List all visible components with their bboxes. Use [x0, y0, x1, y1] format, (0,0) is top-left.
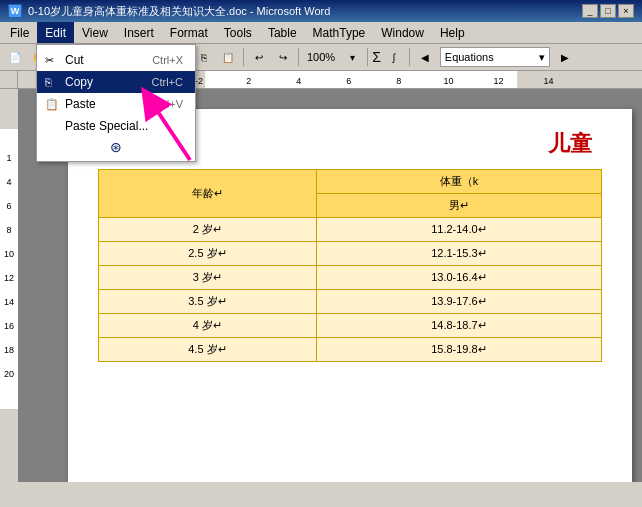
window-title: 0-10岁儿童身高体重标准及相关知识大全.doc - Microsoft Wor… — [28, 4, 582, 19]
back-btn[interactable]: ◀ — [414, 46, 436, 68]
svg-text:4: 4 — [296, 76, 301, 86]
menu-bar: File Edit View Insert Format Tools Table… — [0, 22, 642, 44]
formula-btn[interactable]: ∫ — [383, 46, 405, 68]
menu-mathtype[interactable]: MathType — [305, 22, 374, 43]
svg-text:10: 10 — [4, 249, 14, 259]
separator-6 — [367, 48, 368, 66]
separator-5 — [298, 48, 299, 66]
svg-text:14: 14 — [543, 76, 553, 86]
table-cell-year: 4 岁↵ — [99, 314, 317, 338]
copy-button[interactable]: ⎘ — [193, 46, 215, 68]
equations-dropdown[interactable]: Equations ▾ — [440, 47, 550, 67]
paste-button[interactable]: 📋 — [217, 46, 239, 68]
cut-icon: ✂ — [45, 54, 54, 67]
separator-7 — [409, 48, 410, 66]
svg-rect-1 — [205, 71, 517, 89]
maximize-button[interactable]: □ — [600, 4, 616, 18]
ruler-corner — [0, 71, 18, 89]
document-page: 儿童 年龄↵ 体重（k 男↵ 2 岁↵ 11.2-14.0↵ — [68, 109, 632, 482]
menu-item-cut[interactable]: ✂ Cut Ctrl+X — [37, 49, 195, 71]
app-icon: W — [8, 4, 22, 18]
table-row: 4.5 岁↵ 15.8-19.8↵ — [99, 338, 602, 362]
vertical-ruler: 1 4 6 8 10 12 14 16 18 20 — [0, 89, 18, 482]
table-cell-male: 11.2-14.0↵ — [316, 218, 601, 242]
table-cell-year: 3.5 岁↵ — [99, 290, 317, 314]
menu-file[interactable]: File — [2, 22, 37, 43]
table-subheader-male: 男↵ — [316, 194, 601, 218]
new-button[interactable]: 📄 — [4, 46, 26, 68]
table-row: 4 岁↵ 14.8-18.7↵ — [99, 314, 602, 338]
equations-area: ◀ Equations ▾ ▶ — [414, 46, 576, 68]
table-row: 2.5 岁↵ 12.1-15.3↵ — [99, 242, 602, 266]
edit-dropdown-menu: ✂ Cut Ctrl+X ⎘ Copy Ctrl+C 📋 Paste Ctrl+… — [36, 44, 196, 162]
svg-text:14: 14 — [4, 297, 14, 307]
svg-text:6: 6 — [6, 201, 11, 211]
minimize-button[interactable]: _ — [582, 4, 598, 18]
menu-window[interactable]: Window — [373, 22, 432, 43]
menu-edit[interactable]: Edit — [37, 22, 74, 43]
menu-item-copy[interactable]: ⎘ Copy Ctrl+C — [37, 71, 195, 93]
svg-text:16: 16 — [4, 321, 14, 331]
svg-text:12: 12 — [493, 76, 503, 86]
table-cell-male: 13.0-16.4↵ — [316, 266, 601, 290]
close-button[interactable]: × — [618, 4, 634, 18]
table-cell-male: 15.8-19.8↵ — [316, 338, 601, 362]
undo-button[interactable]: ↩ — [248, 46, 270, 68]
table-cell-year: 2.5 岁↵ — [99, 242, 317, 266]
paste-menu-icon: 📋 — [45, 98, 59, 111]
table-cell-male: 14.8-18.7↵ — [316, 314, 601, 338]
svg-rect-14 — [0, 129, 18, 409]
window-controls: _ □ × — [582, 4, 634, 18]
forward-btn[interactable]: ▶ — [554, 46, 576, 68]
sigma-display: Σ — [372, 49, 381, 65]
svg-text:18: 18 — [4, 345, 14, 355]
table-row: 2 岁↵ 11.2-14.0↵ — [99, 218, 602, 242]
svg-text:4: 4 — [6, 177, 11, 187]
svg-text:-2: -2 — [195, 76, 203, 86]
table-row: 3.5 岁↵ 13.9-17.6↵ — [99, 290, 602, 314]
table-header-row: 年龄↵ 体重（k — [99, 170, 602, 194]
menu-item-paste-special[interactable]: Paste Special... — [37, 115, 195, 137]
table-cell-male: 12.1-15.3↵ — [316, 242, 601, 266]
svg-text:20: 20 — [4, 369, 14, 379]
svg-text:2: 2 — [246, 76, 251, 86]
svg-text:1: 1 — [6, 153, 11, 163]
menu-item-paste[interactable]: 📋 Paste Ctrl+V — [37, 93, 195, 115]
menu-view[interactable]: View — [74, 22, 116, 43]
copy-menu-icon: ⎘ — [45, 76, 52, 88]
menu-insert[interactable]: Insert — [116, 22, 162, 43]
separator-4 — [243, 48, 244, 66]
menu-help[interactable]: Help — [432, 22, 473, 43]
percent-display: 100% — [303, 51, 339, 63]
svg-text:8: 8 — [6, 225, 11, 235]
table-row: 3 岁↵ 13.0-16.4↵ — [99, 266, 602, 290]
table-body: 2 岁↵ 11.2-14.0↵ 2.5 岁↵ 12.1-15.3↵ 3 岁↵ 1… — [99, 218, 602, 362]
table-cell-year: 4.5 岁↵ — [99, 338, 317, 362]
table-cell-year: 3 岁↵ — [99, 266, 317, 290]
menu-table[interactable]: Table — [260, 22, 305, 43]
menu-format[interactable]: Format — [162, 22, 216, 43]
svg-text:10: 10 — [444, 76, 454, 86]
title-bar: W 0-10岁儿童身高体重标准及相关知识大全.doc - Microsoft W… — [0, 0, 642, 22]
show-more-button[interactable]: ⊛ — [37, 137, 195, 157]
svg-text:8: 8 — [396, 76, 401, 86]
redo-button[interactable]: ↪ — [272, 46, 294, 68]
data-table: 年龄↵ 体重（k 男↵ 2 岁↵ 11.2-14.0↵ 2.5 岁↵ 12.1-… — [98, 169, 602, 362]
table-header-year: 年龄↵ — [99, 170, 317, 218]
table-header-weight: 体重（k — [316, 170, 601, 194]
table-cell-male: 13.9-17.6↵ — [316, 290, 601, 314]
svg-text:12: 12 — [4, 273, 14, 283]
svg-text:6: 6 — [346, 76, 351, 86]
table-cell-year: 2 岁↵ — [99, 218, 317, 242]
zoom-dropdown-btn[interactable]: ▾ — [341, 46, 363, 68]
menu-tools[interactable]: Tools — [216, 22, 260, 43]
